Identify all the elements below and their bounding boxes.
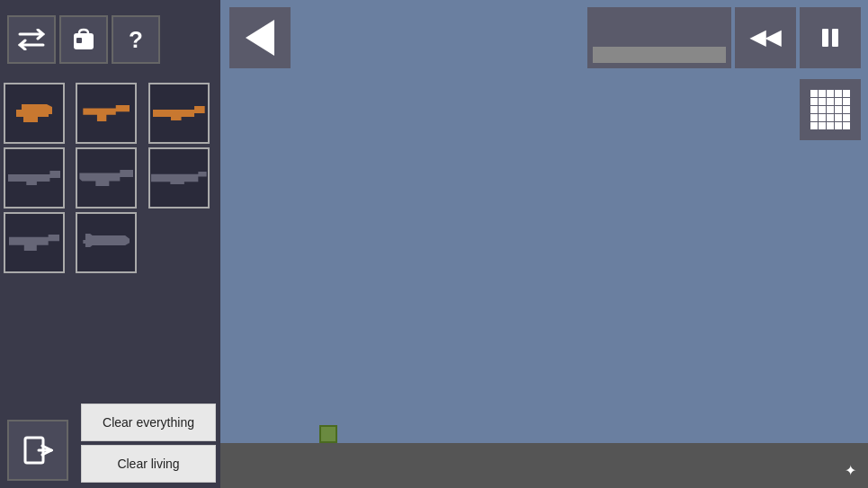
svg-rect-2 [822,29,828,47]
clear-everything-button[interactable]: Clear everything [81,404,216,441]
weapon-dark-rifle-icon [8,171,60,185]
weapon-sniper-icon [151,172,207,184]
help-button[interactable]: ? [112,15,160,64]
svg-rect-3 [832,29,838,47]
switch-button[interactable] [7,15,56,64]
weapon-slot-5[interactable] [76,147,137,209]
svg-rect-1 [76,38,82,43]
progress-container [587,7,731,68]
weapon-pistol-icon [16,104,52,122]
clear-living-button[interactable]: Clear living [81,445,216,483]
weapon-rifle-icon [153,106,205,120]
rewind-button[interactable]: ◀◀ [735,7,796,68]
ground [220,443,868,488]
weapon-lmg-icon [79,170,133,186]
weapon-shotgun-icon [9,235,59,251]
back-arrow-icon [246,20,274,56]
grid-toggle-button[interactable] [800,79,861,140]
bag-button[interactable] [59,15,108,64]
grid-icon [810,90,850,129]
weapon-slot-7[interactable] [4,212,65,273]
weapon-smg-icon [83,105,130,121]
bottom-right-icon[interactable]: ✦ [836,456,864,484]
weapon-slot-8[interactable] [76,212,137,273]
progress-bar [593,47,726,63]
weapon-slot-6[interactable] [148,147,210,209]
weapon-slot-3[interactable] [148,83,210,144]
weapon-slot-1[interactable] [4,83,65,144]
player-character [319,425,337,443]
bottom-left-panel: Clear everything Clear living [0,398,220,488]
weapon-panel [0,79,220,277]
weapon-slot-2[interactable] [76,83,137,144]
weapon-rocket-icon [83,234,130,252]
back-button[interactable] [229,7,291,68]
weapon-slot-4[interactable] [4,147,65,209]
pause-button[interactable] [800,7,861,68]
top-right-controls: ◀◀ [587,7,861,68]
exit-button[interactable] [7,420,68,481]
top-toolbar: ? [0,0,220,79]
